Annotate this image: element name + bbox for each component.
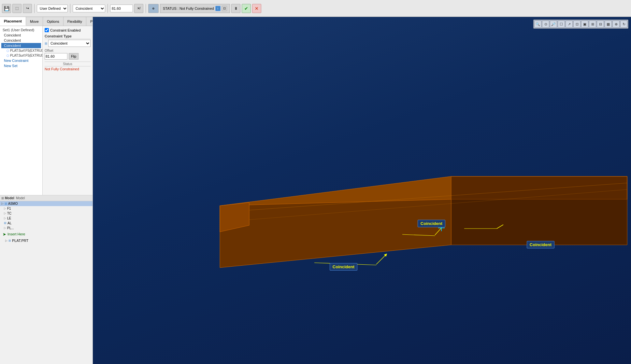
tab-move[interactable]: Move — [26, 17, 43, 26]
tab-options[interactable]: Options — [43, 17, 64, 26]
constraint-enabled-input[interactable] — [45, 28, 49, 32]
new-constraint-btn[interactable]: New Constraint — [1, 58, 41, 63]
left-panel: Placement Move Options Flexibility Prope… — [0, 17, 93, 364]
tree-node-al[interactable]: ⊞ AL — [0, 221, 93, 226]
view-arrow-btn[interactable]: ↗ — [566, 21, 573, 28]
zoom-in-btn[interactable]: 🔍 — [534, 21, 541, 28]
plat-prt-icon: ⊞ — [8, 239, 11, 242]
component-placement-btn[interactable]: ⊕ — [148, 4, 159, 13]
3d-scene-svg — [93, 17, 631, 364]
analysis-btn[interactable]: ⊕ — [612, 21, 620, 28]
svg-marker-4 — [220, 199, 451, 268]
component-panel: Set1 (User Defined) Coincident Coinciden… — [0, 26, 93, 195]
tree-node-f1[interactable]: ▷ F1 — [0, 206, 93, 211]
svg-marker-7 — [220, 203, 249, 232]
svg-marker-2 — [451, 176, 627, 245]
tree-node-tc[interactable]: ▷ TC — [0, 211, 93, 216]
svg-line-5 — [220, 183, 627, 212]
asmo-expand-icon[interactable]: ▷ — [1, 202, 4, 205]
constraint-item-1[interactable]: Coincident — [1, 33, 41, 38]
coincident-select[interactable]: Coincident — [73, 5, 105, 12]
model-tree-header-icon: ⊞ — [1, 196, 4, 200]
tree-node-asmo[interactable]: ▷ ⊞ ASMO — [0, 201, 93, 206]
constraint-sub-icon-1: ⬡ — [7, 49, 9, 52]
status-box: STATUS : Not Fully Constrained i ⊡ — [160, 4, 230, 13]
display-style-btn[interactable]: ⊡ — [573, 21, 581, 28]
constraint-set-label: Set1 (User Defined) — [1, 27, 41, 33]
cancel-icon: ✕ — [255, 6, 259, 11]
asmo-icon: ⊞ — [5, 202, 7, 205]
view-orient-btn[interactable]: ☐ — [558, 21, 565, 28]
coincident-label-3: Coincident — [330, 263, 357, 271]
svg-line-6 — [220, 189, 627, 222]
flip-button[interactable]: Flip — [69, 53, 79, 60]
constraint-type-label: Constraint Type — [45, 34, 91, 39]
constraint-type-row: Constraint Type ⊞ Coincident — [45, 34, 91, 47]
constraint-sub-item-1[interactable]: ⬡ PLAT:Surf:F5(EXTRUDE_1) — [1, 48, 41, 53]
constraint-sub-item-2[interactable]: ⬡ PLAT:Surf:F5(EXTRUDE_1) — [1, 53, 41, 58]
tab-placement[interactable]: Placement — [0, 17, 26, 26]
constraint-detail-panel: Constraint Enabled Constraint Type ⊞ Coi… — [42, 26, 93, 195]
status-icon: i — [215, 6, 221, 11]
svg-line-11 — [402, 234, 435, 236]
confirm-button[interactable]: ✔ — [242, 4, 251, 13]
insert-here-row[interactable]: ➤ Insert Here — [0, 231, 93, 238]
section-btn[interactable]: ▦ — [605, 21, 612, 28]
plat-prt-expand-icon[interactable]: ▷ — [5, 239, 7, 242]
constraint-type-select[interactable]: Coincident — [48, 40, 91, 47]
offset-value-input[interactable] — [45, 53, 67, 60]
tree-node-le[interactable]: ▷ LE — [0, 216, 93, 221]
zoom-fit-btn[interactable]: ⊙ — [542, 21, 549, 28]
undo-button[interactable]: ⬚ — [12, 4, 22, 13]
tab-flexibility[interactable]: Flexibility — [64, 17, 86, 26]
coincident-label-1: Coincident — [527, 241, 554, 248]
plat-icon: ▷ — [4, 226, 6, 230]
al-icon: ⊞ — [4, 221, 7, 225]
tree-node-plat-prt[interactable]: ▷ ⊞ PLAT.PRT — [0, 238, 93, 243]
confirm-icon: ✔ — [244, 6, 248, 11]
insert-here-icon: ➤ — [3, 232, 6, 237]
offset-row: Offset Flip — [45, 49, 91, 60]
main-layout: Placement Move Options Flexibility Prope… — [0, 17, 631, 364]
separator-1 — [34, 4, 35, 13]
hidden-line-btn[interactable]: ⊟ — [597, 21, 604, 28]
status-text: STATUS : Not Fully Constrained — [163, 7, 214, 10]
pause-button[interactable]: ⏸ — [231, 4, 240, 13]
viewport-toolbar: 🔍 ⊙ 🔎 ☐ ↗ ⊡ ▣ ⊞ ⊟ ▦ ⊕ ↻ — [533, 20, 628, 29]
status-section-label: Status — [45, 62, 91, 66]
zoom-out-btn[interactable]: 🔎 — [550, 21, 557, 28]
model-subtree-label: Model — [16, 196, 25, 200]
3d-viewport[interactable]: 🔍 ⊙ 🔎 ☐ ↗ ⊡ ▣ ⊞ ⊟ ▦ ⊕ ↻ — [93, 17, 631, 364]
constraint-enabled-row: Constraint Enabled — [45, 28, 91, 32]
shade-btn[interactable]: ▣ — [581, 21, 588, 28]
tree-node-plat[interactable]: ▷ PL... — [0, 226, 93, 231]
svg-line-10 — [435, 228, 441, 235]
offset-label: Offset — [45, 49, 91, 52]
redo-button[interactable]: ↪ — [23, 4, 32, 13]
svg-marker-3 — [451, 199, 627, 245]
separator-2 — [70, 4, 70, 13]
constraint-item-2[interactable]: Coincident — [1, 38, 41, 43]
constraint-sub-icon-2: ⬡ — [7, 54, 9, 57]
f1-icon: ▷ — [4, 207, 6, 210]
tc-icon: ▷ — [4, 212, 6, 215]
svg-line-8 — [376, 255, 386, 264]
new-set-btn[interactable]: New Set — [1, 63, 41, 68]
separator-3 — [108, 4, 108, 13]
user-defined-select[interactable]: User Defined — [37, 5, 68, 12]
constraint-list-panel: Set1 (User Defined) Coincident Coinciden… — [0, 26, 42, 195]
svg-line-14 — [497, 225, 503, 229]
constraint-enabled-checkbox[interactable]: Constraint Enabled — [45, 28, 91, 32]
offset-input[interactable] — [110, 5, 133, 12]
tab-strip: Placement Move Options Flexibility Prope… — [0, 17, 93, 26]
wireframe-btn[interactable]: ⊞ — [589, 21, 596, 28]
model-tree-header-label: Model — [5, 196, 14, 200]
separator-4 — [146, 4, 146, 13]
save-button[interactable]: 💾 — [2, 4, 11, 13]
cancel-button[interactable]: ✕ — [252, 4, 261, 13]
status-expand-btn[interactable]: ⊡ — [222, 6, 227, 11]
offset-btn[interactable]: ✕/ — [134, 4, 143, 13]
constraint-item-3[interactable]: Coincident — [1, 43, 41, 48]
le-icon: ▷ — [4, 217, 6, 220]
spin-btn[interactable]: ↻ — [620, 21, 627, 28]
